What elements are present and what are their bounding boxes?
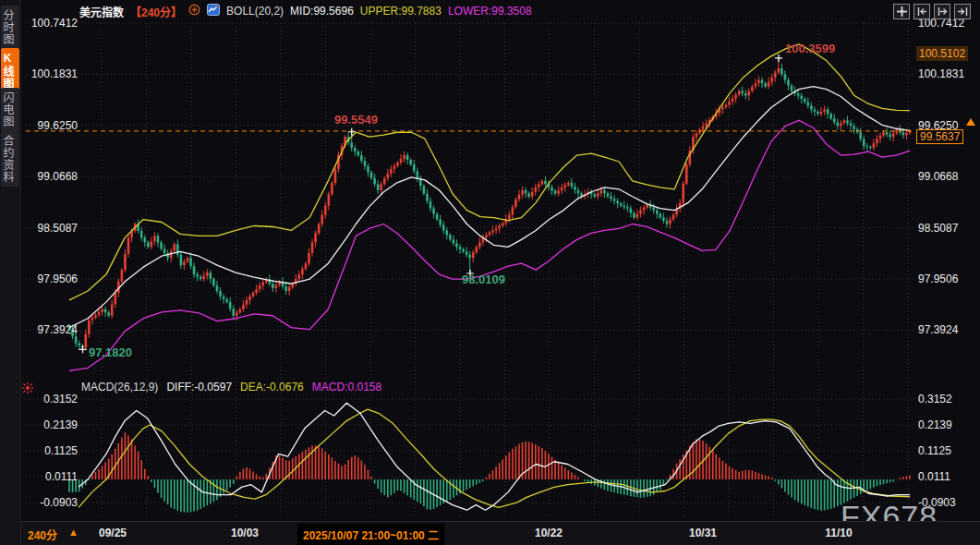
time-axis-bar: 240分 ▲ 09/25 10/03 2025/10/07 21:00~01:0…	[20, 521, 980, 545]
y-axis-label: 0.1125	[26, 444, 78, 457]
scroll-latest-arrow-icon[interactable]	[966, 118, 975, 126]
hovered-candle-time-label: 2025/10/07 21:00~01:00 二	[297, 524, 444, 545]
macd-dea-value: DEA:-0.0676	[240, 381, 304, 394]
period-label: 【240分】	[130, 4, 182, 19]
y-axis-label: 100.7412	[26, 17, 78, 30]
y-axis-label: 98.5087	[918, 222, 958, 235]
annotation-marked-high: 100.3599	[785, 42, 835, 55]
y-axis-label: 97.9506	[26, 272, 78, 285]
y-axis-label: 97.3924	[26, 323, 78, 336]
x-axis-label: 09/25	[99, 527, 127, 539]
boll-lower-value: LOWER:99.3508	[448, 5, 532, 18]
macd-params-label: MACD(26,12,9)	[81, 381, 158, 394]
macd-diff-value: DIFF:-0.0597	[166, 381, 232, 394]
add-indicator-icon[interactable]	[188, 4, 200, 18]
symbol-name: 美元指数	[79, 4, 124, 19]
macd-header: MACD(26,12,9) DIFF:-0.0597 DEA:-0.0676 M…	[81, 381, 381, 394]
macd-settings-icon[interactable]	[21, 382, 34, 397]
annotation-swing-low: 98.0109	[462, 272, 505, 286]
y-axis-label: 0.2139	[918, 418, 952, 431]
shift-chart-right-icon[interactable]	[934, 4, 950, 19]
y-axis-label: 0.3152	[918, 393, 952, 406]
chart-controls	[893, 4, 971, 19]
y-axis-label: -0.0903	[918, 496, 956, 509]
annotation-swing-high: 99.5549	[334, 113, 378, 127]
x-axis-label: 10/31	[689, 527, 717, 539]
y-axis-label: 97.3924	[918, 323, 958, 336]
chart-window: 分时图 K线图 闪电图 合约资料 美元指数 【240分】 BOLL(20,2) …	[0, 0, 980, 545]
y-axis-label: 100.1831	[26, 67, 78, 80]
move-crosshair-icon[interactable]	[893, 4, 910, 19]
y-axis-label: 0.2139	[26, 418, 78, 431]
y-axis-label: 99.0668	[918, 170, 958, 183]
boll-mid-value: MID:99.5696	[290, 5, 354, 18]
y-axis-label: 97.9506	[918, 272, 958, 285]
y-axis-label: 100.1831	[918, 67, 964, 80]
x-axis-label: 10/22	[535, 527, 563, 539]
sidebar-tab-time-chart[interactable]: 分时图	[1, 6, 19, 49]
period-dropdown-arrow-icon[interactable]: ▲	[68, 527, 79, 538]
y-axis-label: 0.1125	[918, 444, 951, 457]
shift-chart-left-icon[interactable]	[913, 4, 930, 19]
y-axis-label: 99.0668	[26, 170, 78, 183]
y-axis-label: 98.5087	[26, 222, 78, 235]
boll-upper-value: UPPER:99.7883	[360, 5, 442, 18]
y-axis-label: 0.0111	[26, 470, 78, 483]
sidebar: 分时图 K线图 闪电图 合约资料	[0, 0, 21, 545]
sidebar-tab-kline-chart[interactable]: K线图	[1, 48, 19, 93]
annotation-marked-low: 97.1820	[89, 345, 132, 359]
y-axis-label: -0.0903	[26, 496, 78, 509]
footer-period-selector[interactable]: 240分	[28, 527, 57, 542]
y-axis-label: 0.0111	[918, 470, 950, 483]
chart-type-icon[interactable]	[207, 4, 220, 18]
boll-params-label: BOLL(20,2)	[226, 5, 284, 18]
macd-hist-value: MACD:0.0158	[312, 381, 381, 394]
x-axis-label: 10/03	[231, 527, 259, 539]
upper-band-peak-tag: 100.5102	[916, 46, 968, 61]
x-axis-label: 11/10	[825, 527, 852, 539]
y-axis-label: 99.6250	[26, 119, 78, 132]
jump-to-latest-icon[interactable]	[954, 4, 971, 19]
sidebar-tab-lightning-chart[interactable]: 闪电图	[1, 88, 19, 131]
last-price-tag: 99.5637	[916, 129, 963, 144]
indicator-bar: 美元指数 【240分】 BOLL(20,2) MID:99.5696 UPPER…	[79, 3, 532, 19]
sidebar-tab-contract-info[interactable]: 合约资料	[1, 131, 19, 187]
